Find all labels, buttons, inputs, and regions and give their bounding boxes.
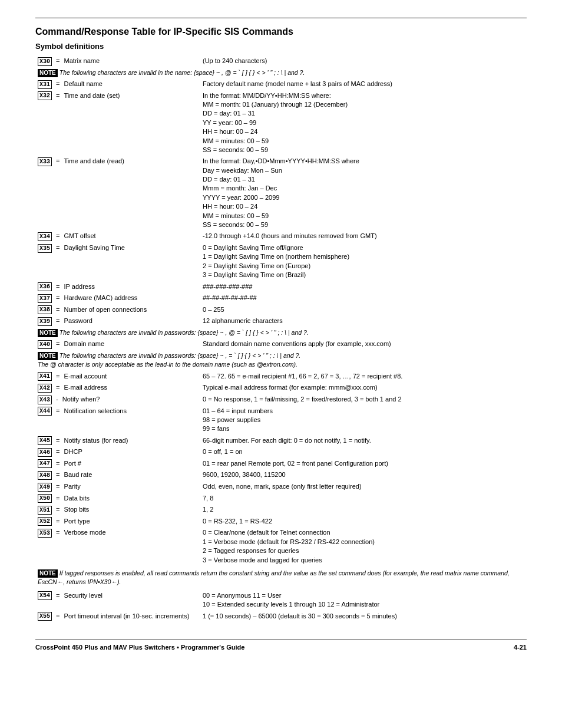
- command-tag: X50: [38, 494, 52, 503]
- page-title: Command/Response Table for IP-Specific S…: [35, 18, 527, 37]
- description-cell: 01 = rear panel Remote port, 02 = front …: [200, 458, 527, 470]
- command-table: X30 = Matrix name(Up to 240 characters)N…: [35, 55, 527, 622]
- command-label: Port #: [64, 460, 81, 467]
- description-cell: 0 = off, 1 = on: [200, 446, 527, 458]
- command-tag: X38: [38, 305, 52, 314]
- command-tag: X40: [38, 340, 52, 349]
- table-row: X39 = Password12 alphanumeric characters: [35, 315, 527, 327]
- command-tag: X55: [38, 612, 52, 621]
- table-row: X35 = Daylight Saving Time0 = Daylight S…: [35, 242, 527, 281]
- description-cell: 65 – 72. 65 = e-mail recipient #1, 66 = …: [200, 371, 527, 383]
- command-cell: X34 = GMT offset: [35, 230, 200, 242]
- table-row: X38 = Number of open connections0 – 255: [35, 304, 527, 316]
- description-cell: -12.0 through +14.0 (hours and minutes r…: [200, 230, 527, 242]
- command-tag: X49: [38, 483, 52, 492]
- command-label: E-mail account: [64, 373, 107, 380]
- note-tag: NOTE: [38, 352, 58, 360]
- command-cell: X30 = Matrix name: [35, 55, 200, 67]
- note-tag: NOTE: [38, 329, 58, 337]
- table-row: X55 = Port timeout interval (in 10-sec. …: [35, 611, 527, 622]
- description-cell: In the format: MM/DD/YY•HH:MM:SS where:M…: [200, 90, 527, 156]
- command-tag: X52: [38, 517, 52, 526]
- command-tag: X41: [38, 372, 52, 381]
- command-cell: X48 = Baud rate: [35, 469, 200, 481]
- command-cell: X38 = Number of open connections: [35, 304, 200, 316]
- command-cell: X31 = Default name: [35, 78, 200, 90]
- command-cell: X42 = E-mail address: [35, 382, 200, 394]
- footer-page-number: 4-21: [514, 644, 527, 651]
- command-cell: X46 = DHCP: [35, 446, 200, 458]
- description-cell: Factory default name (model name + last …: [200, 78, 527, 90]
- table-row: X54 = Security level00 = Anonymous 11 = …: [35, 590, 527, 611]
- command-label: Matrix name: [64, 57, 100, 64]
- table-row: X48 = Baud rate9600, 19200, 38400, 11520…: [35, 469, 527, 481]
- description-cell: 66-digit number. For each digit: 0 = do …: [200, 435, 527, 447]
- command-label: GMT offset: [64, 232, 96, 239]
- command-label: Data bits: [64, 495, 90, 502]
- command-cell: X32 = Time and date (set): [35, 90, 200, 156]
- command-cell: X47 = Port #: [35, 458, 200, 470]
- description-cell: 1, 2: [200, 504, 527, 516]
- command-tag: X42: [38, 384, 52, 393]
- command-label: Verbose mode: [64, 529, 106, 536]
- table-row: X37 = Hardware (MAC) address##-##-##-##-…: [35, 292, 527, 304]
- note-cell: NOTEThe following characters are invalid…: [35, 327, 527, 338]
- command-cell: X53 = Verbose mode: [35, 527, 200, 566]
- page-footer: CrossPoint 450 Plus and MAV Plus Switche…: [35, 640, 527, 651]
- note-text: The following characters are invalid in …: [38, 352, 300, 368]
- command-tag: X39: [38, 317, 52, 326]
- description-cell: 9600, 19200, 38400, 115200: [200, 469, 527, 481]
- command-tag: X35: [38, 244, 52, 253]
- table-row: X34 = GMT offset-12.0 through +14.0 (hou…: [35, 230, 527, 242]
- command-label: Time and date (set): [64, 92, 120, 99]
- table-row: X32 = Time and date (set)In the format: …: [35, 90, 527, 156]
- command-label: Parity: [64, 483, 81, 490]
- command-cell: X49 = Parity: [35, 481, 200, 493]
- table-row: X44 = Notification selections01 – 64 = i…: [35, 406, 527, 435]
- command-label: Password: [64, 317, 92, 324]
- description-cell: In the format: Day,•DD•Mmm•YYYY•HH:MM:SS…: [200, 156, 527, 230]
- command-tag: X32: [38, 91, 52, 100]
- command-label: Hardware (MAC) address: [64, 294, 138, 301]
- table-row: X50 = Data bits7, 8: [35, 493, 527, 505]
- command-cell: X52 = Port type: [35, 516, 200, 528]
- description-cell: Standard domain name conventions apply (…: [200, 338, 527, 350]
- command-tag: X44: [38, 407, 52, 416]
- note-special-cell: NOTEIf tagged responses is enabled, all …: [35, 566, 527, 590]
- command-label: Daylight Saving Time: [64, 244, 125, 251]
- note-special-row: NOTEIf tagged responses is enabled, all …: [35, 566, 527, 590]
- description-cell: Odd, even, none, mark, space (only first…: [200, 481, 527, 493]
- description-cell: 7, 8: [200, 493, 527, 505]
- command-tag: X36: [38, 282, 52, 291]
- note-text: If tagged responses is enabled, all read…: [38, 569, 510, 585]
- command-cell: X37 = Hardware (MAC) address: [35, 292, 200, 304]
- note-cell: NOTEThe following characters are invalid…: [35, 67, 527, 78]
- description-cell: 12 alphanumeric characters: [200, 315, 527, 327]
- note-row: NOTEThe following characters are invalid…: [35, 350, 527, 371]
- description-cell: 0 = No response, 1 = fail/missing, 2 = f…: [200, 394, 527, 406]
- description-cell: 1 (= 10 seconds) – 65000 (default is 30 …: [200, 611, 527, 622]
- command-cell: X44 = Notification selections: [35, 406, 200, 435]
- note-text: The following characters are invalid in …: [59, 69, 305, 76]
- table-row: X49 = ParityOdd, even, none, mark, space…: [35, 481, 527, 493]
- description-cell: ##-##-##-##-##-##: [200, 292, 527, 304]
- command-label: Notification selections: [64, 407, 127, 414]
- note-cell: NOTEThe following characters are invalid…: [35, 350, 527, 371]
- footer-title: CrossPoint 450 Plus and MAV Plus Switche…: [35, 644, 244, 651]
- command-label: Port timeout interval (in 10-sec. increm…: [64, 612, 190, 620]
- command-tag: X33: [38, 157, 52, 166]
- description-cell: 00 = Anonymous 11 = User10 = Extended se…: [200, 590, 527, 611]
- table-row: X42 = E-mail addressTypical e-mail addre…: [35, 382, 527, 394]
- note-tag: NOTE: [38, 569, 58, 578]
- command-cell: X55 = Port timeout interval (in 10-sec. …: [35, 611, 200, 622]
- command-label: Notify status (for read): [64, 437, 128, 444]
- command-cell: X54 = Security level: [35, 590, 200, 611]
- table-row: X33 = Time and date (read)In the format:…: [35, 156, 527, 230]
- command-cell: X33 = Time and date (read): [35, 156, 200, 230]
- command-cell: X39 = Password: [35, 315, 200, 327]
- table-row: X53 = Verbose mode0 = Clear/none (defaul…: [35, 527, 527, 566]
- command-label: Time and date (read): [64, 157, 124, 164]
- description-cell: (Up to 240 characters): [200, 55, 527, 67]
- note-text: The following characters are invalid in …: [59, 329, 309, 336]
- command-tag: X45: [38, 436, 52, 445]
